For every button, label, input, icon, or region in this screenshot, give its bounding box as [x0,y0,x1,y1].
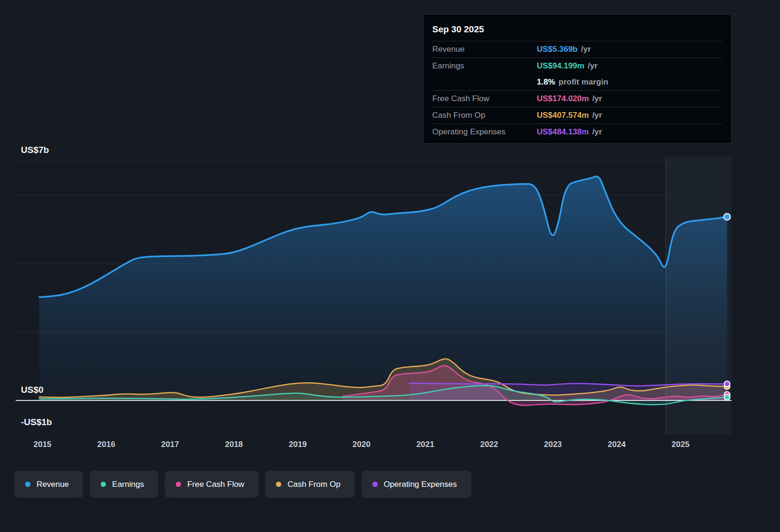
tooltip-row-suffix: profit margin [559,77,609,87]
operating-expenses-legend-dot-icon [372,482,378,487]
legend-item-label: Earnings [112,480,144,489]
legend-item-label: Free Cash Flow [187,480,244,489]
legend: RevenueEarningsFree Cash FlowCash From O… [14,471,471,498]
earnings-end-marker[interactable] [724,394,730,400]
y-axis-label-7b: US$7b [21,145,49,155]
tooltip-row-label: Operating Expenses [432,127,537,137]
tooltip-row-suffix: /yr [592,111,602,120]
tooltip-row-value: US$174.020m [537,94,589,104]
legend-item-operating-expenses[interactable]: Operating Expenses [361,471,471,498]
tooltip-row: Cash From OpUS$407.574m/yr [432,107,723,124]
tooltip-panel: Sep 30 2025 RevenueUS$5.369b/yrEarningsU… [423,14,732,143]
tooltip-row-suffix: /yr [581,45,591,54]
financials-history-chart: US$7b US$0 -US$1b 2015201620172018201920… [0,0,780,532]
legend-item-revenue[interactable]: Revenue [14,471,83,498]
cash-from-op-legend-dot-icon [276,482,281,487]
tooltip-row-suffix: /yr [592,127,602,137]
tooltip-date: Sep 30 2025 [432,20,723,41]
revenue-legend-dot-icon [25,482,30,487]
tooltip-row-value: US$5.369b [537,45,578,54]
revenue-end-marker[interactable] [724,213,731,220]
tooltip-row: Free Cash FlowUS$174.020m/yr [432,90,723,107]
legend-item-earnings[interactable]: Earnings [90,471,158,498]
tooltip-row-value: US$407.574m [537,111,589,120]
tooltip-rows: RevenueUS$5.369b/yrEarningsUS$94.199m/yr… [432,41,723,140]
tooltip-row-suffix: /yr [592,94,602,104]
tooltip-row-suffix: /yr [588,61,598,71]
tooltip-row: RevenueUS$5.369b/yr [432,41,723,57]
revenue-area [39,177,727,400]
legend-item-label: Cash From Op [287,480,340,489]
tooltip-row: EarningsUS$94.199m/yr [432,57,723,74]
free-cash-flow-legend-dot-icon [176,482,181,487]
y-axis-label-0: US$0 [21,385,44,395]
legend-item-free-cash-flow[interactable]: Free Cash Flow [165,471,258,498]
tooltip-row: 1.8%profit margin [432,74,723,90]
tooltip-row-label: Free Cash Flow [432,94,537,104]
tooltip-row-label: Cash From Op [432,111,537,120]
tooltip-row-label: Revenue [432,45,537,54]
operating-expenses-end-marker[interactable] [724,381,730,387]
legend-item-label: Revenue [37,480,69,489]
y-axis-label-neg1b: -US$1b [21,417,52,428]
tooltip-row-value: US$94.199m [537,61,584,71]
tooltip-row-value: US$484.138m [537,127,589,137]
tooltip-row: Operating ExpensesUS$484.138m/yr [432,124,723,140]
legend-item-label: Operating Expenses [384,480,457,489]
tooltip-row-value: 1.8% [537,77,555,87]
legend-item-cash-from-op[interactable]: Cash From Op [265,471,354,498]
tooltip-row-label: Earnings [432,61,537,71]
earnings-legend-dot-icon [101,482,106,487]
